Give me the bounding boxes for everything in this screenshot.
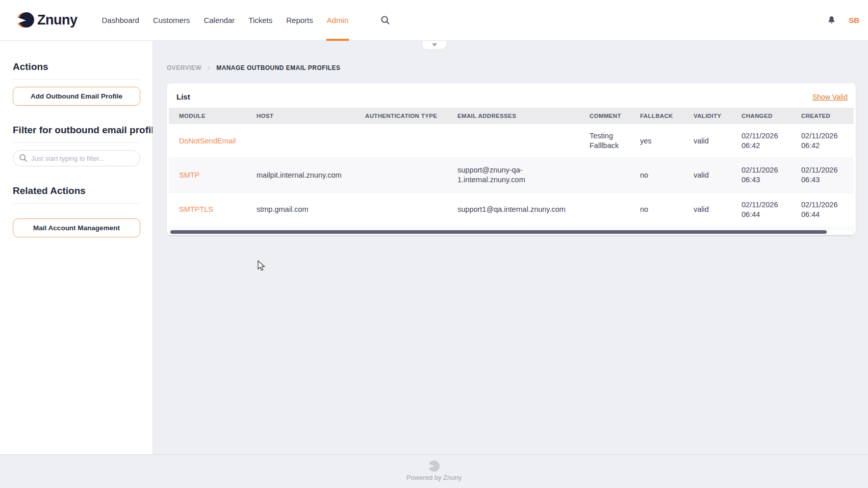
chevron-right-icon: › <box>208 64 210 71</box>
cell-email <box>447 124 579 158</box>
chevron-down-icon <box>432 43 437 46</box>
top-navigation-bar: Znuny Dashboard Customers Calendar Ticke… <box>0 0 868 41</box>
profile-link-smtptls[interactable]: SMTPTLS <box>179 205 213 213</box>
sidebar-related-actions-title: Related Actions <box>13 185 140 197</box>
cell-fallback: no <box>630 158 683 192</box>
cell-validity: valid <box>683 124 731 158</box>
table-header-row: MODULE HOST AUTHENTICATION TYPE EMAIL AD… <box>169 108 854 124</box>
divider <box>13 203 140 204</box>
znuny-logo-icon <box>428 460 440 472</box>
nav-item-dashboard[interactable]: Dashboard <box>102 0 139 41</box>
search-icon <box>19 154 28 164</box>
bell-icon[interactable] <box>827 15 836 26</box>
column-header-fallback: FALLBACK <box>630 108 683 124</box>
sidebar-actions-title: Actions <box>13 61 140 72</box>
nav-item-calendar[interactable]: Calendar <box>203 0 235 41</box>
cell-validity: valid <box>683 158 731 192</box>
column-header-validity: VALIDITY <box>683 108 731 124</box>
table-row: DoNotSendEmail Testing Falllback yes val… <box>169 124 854 158</box>
table-row: SMTPTLS stmp.gmail.com support1@qa.inter… <box>169 192 854 227</box>
user-avatar[interactable]: SB <box>849 16 859 25</box>
cell-comment <box>579 192 630 227</box>
cell-created: 02/11/2026 06:42 <box>791 124 854 158</box>
profile-link-smtp[interactable]: SMTP <box>179 171 199 179</box>
filter-input[interactable] <box>13 150 140 166</box>
add-outbound-email-profile-button[interactable]: Add Outbound Email Profile <box>13 87 140 106</box>
column-header-changed: CHANGED <box>731 108 791 124</box>
outbound-email-profiles-table: MODULE HOST AUTHENTICATION TYPE EMAIL AD… <box>169 108 854 227</box>
cell-created: 02/11/2026 06:43 <box>791 158 854 192</box>
cell-email: support@znuny-qa-1.internal.znuny.com <box>447 158 579 192</box>
nav-item-admin[interactable]: Admin <box>327 0 349 41</box>
search-icon[interactable] <box>380 15 390 25</box>
breadcrumb: OVERVIEW › MANAGE OUTBOUND EMAIL PROFILE… <box>167 64 868 71</box>
column-header-email-addresses: EMAIL ADDRESSES <box>447 108 579 124</box>
cell-fallback: yes <box>630 124 683 158</box>
main-nav: Dashboard Customers Calendar Tickets Rep… <box>102 0 391 41</box>
cell-created: 02/11/2026 06:44 <box>791 192 854 227</box>
cell-host <box>246 124 355 158</box>
cell-auth-type <box>355 124 447 158</box>
main-content: OVERVIEW › MANAGE OUTBOUND EMAIL PROFILE… <box>153 41 868 239</box>
znuny-logo-icon <box>17 12 33 28</box>
horizontal-scrollbar-track[interactable] <box>169 229 854 235</box>
cell-validity: valid <box>683 192 731 227</box>
column-header-host: HOST <box>246 108 355 124</box>
sidebar-filter-title: Filter for outbound email profiles <box>13 125 152 136</box>
cell-host: stmp.gmail.com <box>246 192 355 227</box>
show-valid-link[interactable]: Show Valid <box>812 93 848 101</box>
column-header-module: MODULE <box>169 108 246 124</box>
sidebar: Actions Add Outbound Email Profile Filte… <box>0 41 153 454</box>
footer-text: Powered by Znuny <box>0 474 868 481</box>
horizontal-scrollbar-thumb[interactable] <box>170 230 827 234</box>
list-card-title: List <box>176 92 190 101</box>
footer: Powered by Znuny <box>0 454 868 488</box>
divider <box>13 79 140 80</box>
brand-name: Znuny <box>37 12 78 28</box>
column-header-created: CREATED <box>791 108 854 124</box>
column-header-authentication-type: AUTHENTICATION TYPE <box>355 108 447 124</box>
nav-item-reports[interactable]: Reports <box>286 0 313 41</box>
cell-fallback: no <box>630 192 683 227</box>
cell-changed: 02/11/2026 06:42 <box>731 124 791 158</box>
header-collapse-toggle[interactable] <box>422 41 447 50</box>
mail-account-management-button[interactable]: Mail Account Management <box>13 218 140 237</box>
mouse-cursor <box>258 260 266 274</box>
cell-changed: 02/11/2026 06:44 <box>731 192 791 227</box>
divider <box>13 142 140 143</box>
cell-email: support1@qa.internal.znuny.com <box>447 192 579 227</box>
cell-auth-type <box>355 158 447 192</box>
list-card: List Show Valid MODULE HOST AUTHENTICATI… <box>167 83 856 235</box>
breadcrumb-current-page: MANAGE OUTBOUND EMAIL PROFILES <box>216 64 340 71</box>
table-row: SMTP mailpit.internal.znuny.com support@… <box>169 158 854 192</box>
cell-host: mailpit.internal.znuny.com <box>246 158 355 192</box>
cell-auth-type <box>355 192 447 227</box>
brand-logo[interactable]: Znuny <box>17 12 78 28</box>
cell-comment: Testing Falllback <box>579 124 630 158</box>
nav-item-customers[interactable]: Customers <box>153 0 190 41</box>
profile-link-donotsendemail[interactable]: DoNotSendEmail <box>179 137 236 145</box>
column-header-comment: COMMENT <box>579 108 630 124</box>
breadcrumb-overview-link[interactable]: OVERVIEW <box>167 64 201 71</box>
cell-comment <box>579 158 630 192</box>
cell-changed: 02/11/2026 06:43 <box>731 158 791 192</box>
nav-item-tickets[interactable]: Tickets <box>248 0 272 41</box>
